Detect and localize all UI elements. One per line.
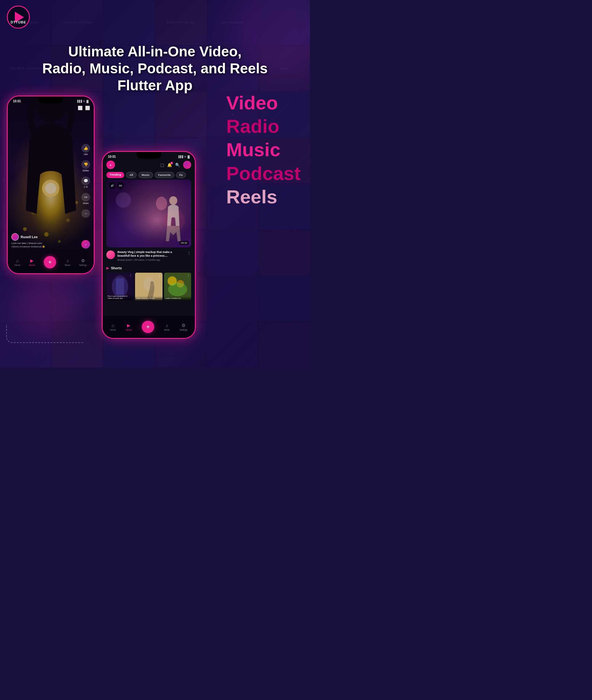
video-thumbnail (106, 180, 191, 248)
short-item-1[interactable]: ⋮ Boy in gym excersitze & make six pack … (106, 273, 134, 301)
phone2-nav-music[interactable]: ♪ Music (164, 323, 169, 331)
notification-icon[interactable]: 🔔 5 (167, 163, 172, 167)
settings-icon: ⚙ (81, 258, 85, 263)
nav-shorts[interactable]: ▶ Shorts (29, 258, 35, 266)
phone2-screen: 10:01 ▐▐▐ ⊙ ▓ ▶ ⬚ 🔔 (103, 152, 195, 338)
phone2-status-icons: ▐▐▐ ⊙ ▓ (178, 155, 190, 158)
channel-name: Beauty Queen (117, 259, 132, 261)
chip-all[interactable]: All (126, 172, 137, 178)
chip-trending[interactable]: Trending (106, 172, 124, 178)
shorts-section-title: Shorts (111, 266, 122, 270)
video-menu-icon[interactable]: ⋮ (187, 251, 191, 255)
signal-icon: ▐▐▐ (77, 100, 82, 103)
phone1-container: 10:01 ▐▐▐ ⊙ ▓ ⬜ ⬜ (7, 96, 95, 274)
video-views: 2M views (135, 259, 144, 261)
wifi2-icon: ⊙ (184, 155, 186, 158)
phone2-nav-shorts[interactable]: ▶ Shorts (126, 323, 132, 331)
feature-labels: Video Radio Music Podcast Reels (226, 93, 301, 207)
nav-add-button[interactable]: + (44, 256, 56, 268)
phone2-nav-shorts-label: Shorts (126, 329, 132, 331)
chip-music[interactable]: Music (139, 172, 153, 178)
comments-button[interactable]: 💬 1.7k (82, 176, 90, 188)
song-info: Love me later | Shavon Linn (11, 242, 77, 245)
phone2-nav-settings[interactable]: ⚙ Settings (180, 323, 188, 331)
photo-icon: ⬜ (85, 106, 90, 110)
phone1-status-bar: 10:01 ▐▐▐ ⊙ ▓ (11, 98, 90, 103)
shorts-section-icon: ▶ (106, 266, 109, 270)
phone2-nav-music-label: Music (164, 329, 169, 331)
phone1-video-background: 10:01 ▐▐▐ ⊙ ▓ ⬜ ⬜ (8, 97, 94, 273)
woman-figure-svg (160, 195, 187, 248)
comments-icon: 💬 (82, 176, 90, 185)
dislike-icon: 👎 (82, 160, 90, 169)
filter-chips: Trending All Music Favourite Fa (106, 172, 191, 178)
phone2-container: 10:01 ▐▐▐ ⊙ ▓ ▶ ⬚ 🔔 (102, 151, 196, 339)
phone2-nav-add-button[interactable]: + (142, 321, 154, 333)
short3-label: made a healthy foo (164, 297, 191, 301)
phone2-shorts-icon: ▶ (127, 323, 131, 328)
dashed-line-decoration (6, 324, 83, 343)
volume-icon[interactable]: 🔊 (109, 182, 116, 189)
svg-point-23 (168, 282, 187, 297)
label-podcast: Podcast (226, 163, 301, 184)
featured-video: 🔊 CC 05:32 (106, 180, 191, 248)
phone2-nav-home[interactable]: ⌂ Home (110, 323, 116, 331)
short-item-2[interactable]: ⋮ Ballet dancer in Beach (135, 273, 162, 301)
phone2-settings-icon: ⚙ (182, 323, 186, 328)
hashtags: #Shorts #Viralshots #Indiashots 😊 (11, 246, 77, 248)
cast-icon[interactable]: ⬚ (160, 163, 164, 167)
page-title: Ultimate All-in-One Video, Radio, Music,… (18, 43, 291, 94)
battery2-icon: ▓ (188, 155, 190, 158)
logo-text: DTTUBE (8, 20, 29, 24)
nav-settings-label: Settings (79, 264, 87, 266)
share-label: Share (83, 202, 89, 204)
like-button[interactable]: 👍 Like (82, 144, 90, 155)
phone2-music-icon: ♪ (166, 323, 168, 328)
user-avatar (11, 233, 19, 240)
nav-home[interactable]: ⌂ Home (14, 258, 20, 266)
short2-label: Ballet dancer in Beach (135, 297, 162, 301)
header-icons: ⬚ 🔔 5 🔍 (160, 161, 191, 169)
notification-badge: 5 (170, 162, 173, 164)
username: Rusell Lee (21, 235, 38, 239)
phone1-user-info: Rusell Lee Love me later | Shavon Linn #… (11, 233, 77, 248)
short-item-3[interactable]: ⋮ made a healthy foo (164, 273, 191, 301)
video-info-row: Beauty Vlog | simple mackup that make a … (106, 251, 191, 261)
video-control-icons: 🔊 CC (109, 182, 124, 189)
signal-bars-icon: ▐▐▐ (178, 155, 183, 158)
shorts-icon: ▶ (30, 258, 34, 263)
video-title: Beauty Vlog | simple mackup that make a … (117, 251, 184, 258)
phone2-time: 10:01 (108, 155, 116, 158)
short3-menu[interactable]: ⋮ (187, 274, 190, 277)
battery-icon: ▓ (86, 100, 89, 103)
chip-favourite[interactable]: Favourite (155, 172, 174, 178)
logo-circle: DTTUBE (7, 6, 30, 29)
phone1-frame: 10:01 ▐▐▐ ⊙ ▓ ⬜ ⬜ (7, 96, 95, 274)
nav-home-label: Home (14, 264, 20, 266)
video-details: Beauty Vlog | simple mackup that make a … (117, 251, 184, 261)
cc-icon[interactable]: CC (117, 182, 124, 189)
search-icon[interactable]: 🔍 (175, 163, 180, 167)
short1-menu[interactable]: ⋮ (129, 274, 132, 277)
svg-point-14 (169, 196, 177, 205)
home-icon: ⌂ (16, 258, 18, 263)
phone1-screen: 10:01 ▐▐▐ ⊙ ▓ ⬜ ⬜ (8, 97, 94, 273)
phone2-add-icon: + (146, 324, 150, 331)
phone2-nav-settings-label: Settings (180, 329, 188, 331)
user-avatar-header[interactable] (183, 161, 191, 169)
share-icon: ↪ (82, 193, 90, 202)
nav-music-label: Music (65, 264, 70, 266)
svg-point-12 (116, 192, 131, 208)
nav-music[interactable]: ♪ Music (65, 258, 70, 266)
phone2-bottom-nav: ⌂ Home ▶ Shorts + ♪ Music ⚙ (103, 316, 195, 338)
share-button[interactable]: ↪ Share (82, 193, 90, 204)
chip-fa[interactable]: Fa (176, 172, 186, 178)
nav-settings[interactable]: ⚙ Settings (79, 258, 87, 266)
app-logo-icon: ▶ (110, 164, 112, 166)
label-video: Video (226, 93, 301, 113)
more-button[interactable]: ··· (82, 209, 90, 218)
phone1-status-icons: ▐▐▐ ⊙ ▓ (77, 100, 89, 103)
dislike-button[interactable]: 👎 Dislike (82, 160, 90, 172)
label-reels: Reels (226, 186, 301, 207)
short2-menu[interactable]: ⋮ (158, 274, 161, 277)
